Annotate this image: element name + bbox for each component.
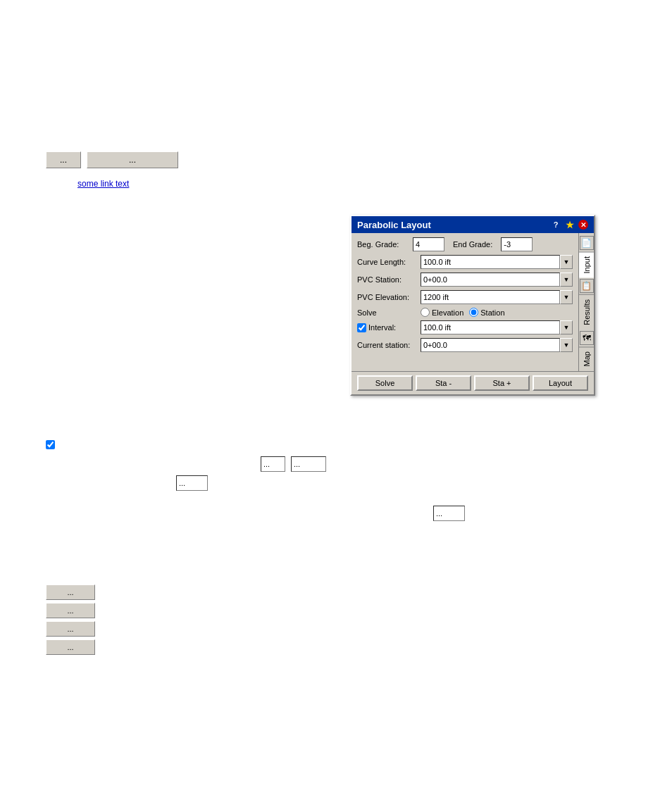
btn-group-3: ...	[433, 506, 465, 521]
interval-input[interactable]	[421, 320, 560, 334]
pvc-elevation-label: PVC Elevation:	[357, 293, 421, 301]
btn-group-2: ...	[176, 475, 208, 491]
dialog-sidebar: 📄 Input 📋 Results 🗺 Map	[578, 233, 594, 371]
curve-length-label: Curve Length:	[357, 258, 421, 266]
interval-checkbox-label: Interval:	[357, 323, 421, 332]
radio-elevation[interactable]: Elevation	[421, 308, 463, 317]
pvc-elevation-input[interactable]	[421, 290, 560, 304]
solve-label: Solve	[357, 308, 421, 317]
help-icon[interactable]: ?	[550, 219, 561, 230]
interval-checkbox[interactable]	[357, 323, 366, 332]
interval-label: Interval:	[368, 323, 396, 332]
current-station-row: Current station: ▼	[357, 338, 573, 352]
dialog-title-icons: ? ★ ✕	[550, 219, 588, 230]
input-a[interactable]: ...	[261, 456, 285, 472]
dialog-title: Parabolic Layout	[357, 220, 550, 230]
beg-grade-label: Beg. Grade:	[357, 240, 410, 249]
input-c[interactable]: ...	[176, 475, 208, 491]
solve-row: Solve Elevation Station	[357, 308, 573, 317]
sta-plus-button[interactable]: Sta +	[474, 375, 530, 391]
curve-length-dropdown[interactable]: ▼	[560, 255, 573, 269]
current-station-dropdown[interactable]: ▼	[560, 338, 573, 352]
curve-length-input[interactable]	[421, 255, 560, 269]
btn-group-1: ... ...	[261, 456, 326, 472]
sidebar-tab-input[interactable]: Input	[579, 251, 594, 277]
beg-grade-input[interactable]	[413, 237, 444, 251]
solve-button[interactable]: Solve	[357, 375, 413, 391]
input-b[interactable]: ...	[291, 456, 326, 472]
end-grade-input[interactable]	[501, 237, 533, 251]
grade-row: Beg. Grade: End Grade:	[357, 237, 573, 251]
pvc-station-dropdown[interactable]: ▼	[560, 273, 573, 287]
pvc-elevation-row: PVC Elevation: ▼	[357, 290, 573, 304]
layout-button[interactable]: Layout	[533, 375, 588, 391]
interval-row: Interval: ▼	[357, 320, 573, 334]
stack-btn-2[interactable]: ...	[46, 603, 95, 618]
current-station-input[interactable]	[421, 338, 560, 352]
curve-length-row: Curve Length: ▼	[357, 255, 573, 269]
radio-station[interactable]: Station	[469, 308, 504, 317]
sidebar-results-icon[interactable]: 📋	[580, 279, 594, 293]
sidebar-map-icon[interactable]: 🗺	[580, 331, 594, 345]
sidebar-tab-map[interactable]: Map	[579, 346, 594, 370]
current-station-label: Current station:	[357, 341, 421, 349]
solve-radio-group: Elevation Station	[421, 308, 505, 317]
pvc-station-label: PVC Station:	[357, 275, 421, 284]
dialog-form: Beg. Grade: End Grade: Curve Length: ▼ P…	[351, 233, 578, 371]
radio-elevation-label: Elevation	[432, 308, 463, 317]
radio-station-label: Station	[480, 308, 504, 317]
radio-station-input[interactable]	[469, 308, 478, 317]
stack-btn-3[interactable]: ...	[46, 621, 95, 637]
pvc-elevation-dropdown[interactable]: ▼	[560, 290, 573, 304]
stack-btn-1[interactable]: ...	[46, 584, 95, 600]
dialog-titlebar: Parabolic Layout ? ★ ✕	[351, 216, 594, 233]
sta-minus-button[interactable]: Sta -	[416, 375, 471, 391]
pvc-station-input[interactable]	[421, 273, 560, 287]
radio-elevation-input[interactable]	[421, 308, 430, 317]
dialog-footer: Solve Sta - Sta + Layout	[351, 371, 594, 394]
top-button-group: ... ...	[46, 151, 178, 168]
end-grade-label: End Grade:	[453, 240, 492, 249]
favorite-icon[interactable]: ★	[564, 219, 575, 230]
interval-dropdown[interactable]: ▼	[560, 320, 573, 334]
bottom-checkbox-area	[46, 440, 55, 449]
stack-btn-4[interactable]: ...	[46, 639, 95, 655]
sidebar-doc-icon[interactable]: 📄	[580, 236, 594, 250]
top-button-1[interactable]: ...	[46, 151, 81, 168]
left-stack-buttons: ... ... ... ...	[46, 584, 95, 655]
sidebar-tab-results[interactable]: Results	[579, 294, 594, 330]
input-d[interactable]: ...	[433, 506, 465, 521]
bottom-checkbox[interactable]	[46, 440, 55, 449]
top-button-2[interactable]: ...	[87, 151, 178, 168]
close-icon[interactable]: ✕	[578, 220, 588, 230]
link-text[interactable]: some link text	[77, 179, 129, 189]
pvc-station-row: PVC Station: ▼	[357, 273, 573, 287]
parabolic-layout-dialog: Parabolic Layout ? ★ ✕ Beg. Grade: End G…	[350, 215, 595, 396]
dialog-body: Beg. Grade: End Grade: Curve Length: ▼ P…	[351, 233, 594, 371]
